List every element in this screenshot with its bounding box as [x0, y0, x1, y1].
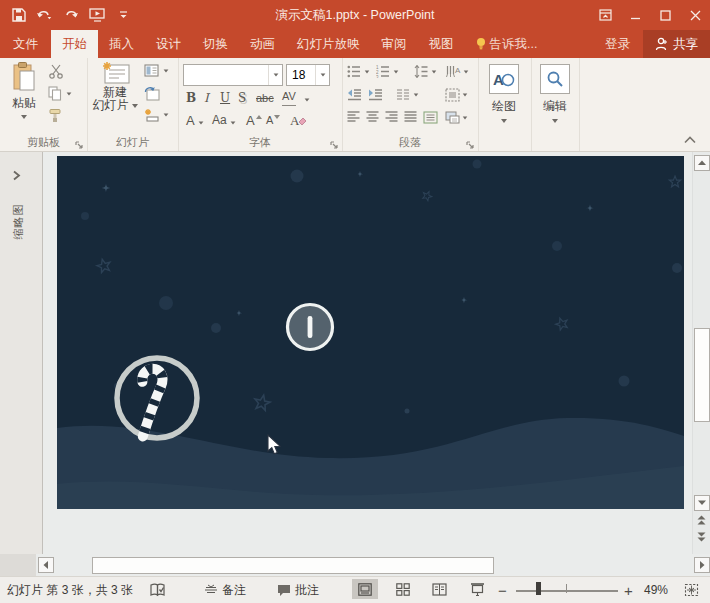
tab-insert[interactable]: 插入 [98, 30, 145, 58]
format-painter-button[interactable] [48, 108, 63, 123]
ribbon-display-options-icon [599, 9, 612, 21]
vertical-scroll-thumb[interactable] [694, 328, 710, 422]
underline-button[interactable]: U [220, 89, 230, 107]
tab-file[interactable]: 文件 [0, 30, 51, 58]
undo-button[interactable] [34, 4, 56, 26]
convert-smartart-button[interactable] [445, 111, 468, 124]
tab-slide-show[interactable]: 幻灯片放映 [286, 30, 371, 58]
candle-shape[interactable] [288, 305, 333, 350]
vertical-scrollbar[interactable] [692, 152, 710, 554]
comments-button[interactable]: 批注 [277, 577, 319, 603]
section-button[interactable] [144, 108, 169, 122]
align-right-button[interactable] [385, 111, 398, 123]
minimize-button[interactable] [620, 0, 650, 30]
decrease-indent-button[interactable] [347, 88, 362, 101]
zoom-slider-thumb[interactable] [536, 582, 541, 595]
tab-view[interactable]: 视图 [418, 30, 465, 58]
character-spacing-dropdown-arrow[interactable] [304, 91, 310, 109]
thumbnail-pane-collapsed[interactable]: 缩略图 [0, 152, 43, 554]
slide-counter[interactable]: 幻灯片 第 3 张，共 3 张 [7, 577, 133, 603]
align-text-button[interactable] [445, 88, 468, 102]
tab-transitions[interactable]: 切换 [192, 30, 239, 58]
zoom-level[interactable]: 49% [644, 577, 668, 603]
tell-me-box[interactable]: 告诉我... [465, 30, 549, 58]
font-name-dropdown-arrow[interactable] [268, 65, 282, 85]
text-direction-button[interactable]: A [446, 65, 469, 78]
columns-button[interactable] [396, 88, 419, 101]
horizontal-scroll-thumb[interactable] [92, 557, 494, 574]
justify-button[interactable] [404, 111, 417, 123]
previous-slide-button[interactable] [694, 513, 708, 527]
close-button[interactable] [680, 0, 710, 30]
line-spacing-button[interactable] [414, 65, 437, 78]
numbering-icon: 123 [376, 65, 390, 78]
bold-button[interactable]: B [186, 89, 196, 107]
zoom-out-button[interactable]: − [498, 577, 507, 603]
paragraph-dialog-launcher[interactable] [466, 139, 476, 149]
strikethrough-button[interactable]: abc [256, 89, 274, 107]
scroll-right-button[interactable] [694, 557, 710, 573]
zoom-slider-track[interactable] [516, 590, 618, 592]
clear-formatting-button[interactable]: A [290, 111, 307, 129]
italic-button[interactable]: I [204, 89, 209, 107]
sign-in-button[interactable]: 登录 [594, 30, 641, 58]
font-size-dropdown-arrow[interactable] [315, 65, 329, 85]
spell-check-button[interactable] [150, 577, 166, 603]
save-button[interactable] [8, 4, 30, 26]
numbering-button[interactable]: 123 [376, 65, 399, 78]
new-slide-button[interactable]: 新建 幻灯片 [92, 61, 138, 131]
normal-view-button[interactable] [352, 579, 378, 599]
change-case-dropdown-arrow[interactable] [230, 114, 236, 132]
reading-view-button[interactable] [426, 579, 452, 599]
font-color-button[interactable]: A [186, 111, 195, 129]
slide-3[interactable] [57, 156, 684, 509]
font-color-dropdown-arrow[interactable] [198, 114, 204, 132]
tab-review[interactable]: 审阅 [371, 30, 418, 58]
fit-to-window-button[interactable] [684, 577, 699, 603]
slide-show-button[interactable] [464, 579, 490, 599]
scroll-up-button[interactable] [694, 155, 710, 171]
slide-canvas[interactable] [43, 152, 692, 554]
customize-qat-button[interactable] [112, 4, 134, 26]
drawing-button[interactable]: A 绘图 [485, 64, 523, 130]
reset-slide-button[interactable] [144, 86, 160, 101]
notes-button[interactable]: 备注 [204, 577, 246, 603]
horizontal-scrollbar[interactable] [0, 554, 710, 576]
change-case-button[interactable]: Aa [212, 111, 227, 129]
editing-button[interactable]: 编辑 [536, 64, 574, 130]
grow-font-button[interactable]: A [246, 111, 262, 129]
tab-home[interactable]: 开始 [51, 30, 98, 58]
bullets-button[interactable] [347, 65, 370, 78]
font-dialog-launcher[interactable] [330, 139, 340, 149]
shrink-font-button[interactable]: A [266, 111, 280, 129]
font-size-combo[interactable]: 18 [286, 64, 330, 86]
zoom-in-button[interactable]: + [624, 577, 633, 603]
increase-indent-button[interactable] [368, 88, 383, 101]
ribbon-display-options-button[interactable] [590, 0, 620, 30]
collapse-ribbon-button[interactable] [684, 133, 696, 147]
share-person-icon [655, 37, 668, 51]
maximize-button[interactable] [650, 0, 680, 30]
expand-pane-button[interactable] [12, 170, 21, 184]
paste-button[interactable]: 粘贴 [6, 62, 42, 130]
distribute-button[interactable] [423, 111, 438, 124]
character-spacing-button[interactable]: AV [282, 87, 296, 106]
share-button[interactable]: 共享 [643, 30, 710, 58]
tab-design[interactable]: 设计 [145, 30, 192, 58]
slide-sorter-view-button[interactable] [390, 579, 416, 599]
redo-button[interactable] [60, 4, 82, 26]
scroll-down-button[interactable] [694, 495, 710, 511]
align-center-button[interactable] [366, 111, 379, 123]
slide-layout-button[interactable] [144, 64, 169, 77]
clipboard-dialog-launcher[interactable] [75, 139, 85, 149]
copy-button[interactable] [48, 86, 72, 101]
cut-button[interactable] [48, 64, 64, 79]
align-left-button[interactable] [347, 111, 360, 123]
text-shadow-button[interactable]: S [238, 89, 246, 107]
scroll-left-button[interactable] [38, 557, 54, 573]
font-name-combo[interactable] [183, 64, 283, 86]
tab-animations[interactable]: 动画 [239, 30, 286, 58]
start-from-beginning-button[interactable] [86, 4, 108, 26]
svg-text:A: A [290, 113, 300, 128]
next-slide-button[interactable] [694, 530, 708, 544]
